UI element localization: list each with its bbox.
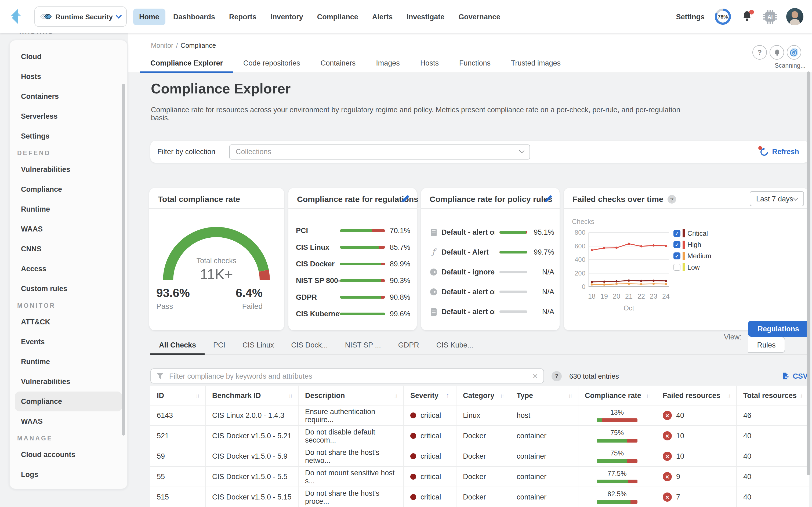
sidebar-item-compliance[interactable]: Compliance — [15, 179, 122, 199]
policy-rule-row[interactable]: Default - alert on c...95.1% — [421, 222, 560, 242]
sidebar-scrollbar[interactable] — [122, 84, 125, 436]
tab-compliance-explorer[interactable]: Compliance Explorer — [140, 54, 233, 73]
breadcrumb-item-compliance[interactable]: Compliance — [180, 42, 216, 49]
checkbox-high[interactable]: ✓ — [674, 241, 681, 248]
table-row[interactable]: 59CIS Docker v1.5.0 - 5.9Do not share th… — [151, 446, 809, 467]
sidebar-item-serverless[interactable]: Serverless — [15, 106, 122, 126]
edit-pencil-icon[interactable] — [401, 194, 410, 203]
sort-icon[interactable]: ↓↑ — [727, 392, 730, 398]
usage-ring[interactable]: 78% — [714, 7, 732, 26]
regulation-row-cis-docker[interactable]: CIS Docker89.9% — [288, 256, 417, 272]
help-tooltip-icon[interactable]: ? — [668, 195, 677, 203]
regulation-row-nist-sp-800-190[interactable]: NIST SP 800-19090.3% — [288, 272, 417, 289]
tab-containers[interactable]: Containers — [310, 54, 366, 73]
regulation-row-cis-linux[interactable]: CIS Linux85.7% — [288, 239, 417, 256]
checks-tab-cis-dock[interactable]: CIS Dock... — [283, 337, 337, 355]
sidebar-item-runtime[interactable]: Runtime — [15, 199, 122, 219]
nav-item-alerts[interactable]: Alerts — [366, 8, 399, 25]
notifications-bell-icon[interactable] — [741, 10, 754, 23]
sidebar-item-defenders[interactable]: Defenders — [15, 485, 122, 489]
checks-tab-nist-sp[interactable]: NIST SP ... — [337, 337, 390, 355]
help-icon[interactable]: ? — [752, 45, 767, 60]
collections-select[interactable]: Collections — [229, 144, 530, 159]
user-avatar[interactable] — [786, 8, 803, 25]
sidebar-item-runtime[interactable]: Runtime — [15, 352, 122, 372]
regulation-row-pci[interactable]: PCI70.1% — [288, 222, 417, 239]
checkbox-low[interactable] — [674, 264, 681, 271]
column-header-failed-resources[interactable]: Failed resources↓↑ — [656, 386, 737, 405]
sidebar-item-waas[interactable]: WAAS — [15, 411, 122, 431]
clear-filter-icon[interactable]: ✕ — [532, 372, 538, 380]
sidebar-item-events[interactable]: Events — [15, 332, 122, 352]
sidebar-item-cloud[interactable]: Cloud — [15, 47, 122, 67]
nav-item-compliance[interactable]: Compliance — [311, 8, 364, 25]
sidebar-item-custom-rules[interactable]: Custom rules — [15, 279, 122, 299]
sort-ascending-icon[interactable]: ↑ — [446, 391, 450, 399]
column-header-severity[interactable]: Severity↑ — [404, 386, 457, 405]
sidebar-item-access[interactable]: Access — [15, 259, 122, 279]
edit-pencil-icon[interactable] — [544, 194, 553, 203]
compliance-search-input[interactable] — [168, 372, 528, 381]
sidebar-item-cnns[interactable]: CNNS — [15, 239, 122, 259]
column-header-id[interactable]: ID↓↑ — [151, 386, 206, 405]
sort-icon[interactable]: ↓↑ — [500, 392, 503, 398]
sort-icon[interactable]: ↓↑ — [288, 392, 292, 398]
sort-icon[interactable]: ↓↑ — [394, 392, 397, 398]
column-header-category[interactable]: Category↓↑ — [457, 386, 510, 405]
regulation-row-cis-kubernetes[interactable]: CIS Kubernetes99.6% — [288, 305, 417, 322]
tab-functions[interactable]: Functions — [449, 54, 501, 73]
breadcrumb-item-monitor[interactable]: Monitor — [151, 42, 173, 49]
sidebar-item-vulnerabilities[interactable]: Vulnerabilities — [15, 160, 122, 179]
tab-images[interactable]: Images — [366, 54, 410, 73]
checks-tab-pci[interactable]: PCI — [205, 337, 234, 355]
table-row[interactable]: 55CIS Docker v1.5.0 - 5.5Do not mount se… — [151, 467, 809, 487]
table-row[interactable]: 515CIS Docker v1.5.0 - 5.15Do not share … — [151, 487, 809, 507]
sort-icon[interactable]: ↓↑ — [646, 392, 649, 398]
sidebar-item-att-ck[interactable]: ATT&CK — [15, 312, 122, 332]
ai-copilot-icon[interactable]: AI — [763, 10, 777, 23]
policy-rule-row[interactable]: Default - alert on c...N/A — [421, 302, 560, 322]
table-row[interactable]: 521CIS Docker v1.5.0 - 5.21Do not disabl… — [151, 426, 809, 446]
settings-link[interactable]: Settings — [676, 13, 705, 21]
export-csv-button[interactable]: CSV — [781, 372, 809, 380]
tab-code-repositories[interactable]: Code repositories — [233, 54, 310, 73]
view-button-rules[interactable]: Rules — [748, 337, 785, 353]
column-header-compliance-rate[interactable]: Compliance rate↓↑ — [578, 386, 656, 405]
announcements-bell-icon[interactable] — [769, 45, 784, 60]
nav-item-governance[interactable]: Governance — [453, 8, 506, 25]
checks-tab-cis-linux[interactable]: CIS Linux — [234, 337, 283, 355]
page-scrollbar[interactable] — [807, 71, 810, 475]
policy-rule-row[interactable]: Default - ignore T...N/A — [421, 262, 560, 282]
column-header-type[interactable]: Type↓↑ — [510, 386, 578, 405]
nav-item-inventory[interactable]: Inventory — [265, 8, 309, 25]
checks-tab-gdpr[interactable]: GDPR — [390, 337, 428, 355]
sidebar-item-logs[interactable]: Logs — [15, 464, 122, 485]
column-header-benchmark-id[interactable]: Benchmark ID↓↑ — [206, 386, 299, 405]
sidebar-item-containers[interactable]: Containers — [15, 87, 122, 106]
scanning-status-icon[interactable] — [787, 45, 801, 60]
tab-trusted-images[interactable]: Trusted images — [501, 54, 571, 73]
checkbox-medium[interactable]: ✓ — [674, 252, 681, 260]
sidebar-item-compliance[interactable]: Compliance — [15, 392, 122, 411]
view-button-regulations[interactable]: Regulations — [748, 321, 809, 337]
tab-hosts[interactable]: Hosts — [410, 54, 449, 73]
table-row[interactable]: 6143CIS Linux 2.0.0 - 1.4.3Ensure authen… — [151, 405, 809, 426]
nav-item-investigate[interactable]: Investigate — [401, 8, 450, 25]
filter-help-icon[interactable]: ? — [552, 371, 562, 381]
nav-item-home[interactable]: Home — [133, 8, 165, 25]
checks-tab-cis-kube[interactable]: CIS Kube... — [428, 337, 482, 355]
product-switcher[interactable]: Runtime Security — [35, 6, 127, 27]
sidebar-item-waas[interactable]: WAAS — [15, 219, 122, 239]
sidebar-item-hosts[interactable]: Hosts — [15, 67, 122, 87]
sort-icon[interactable]: ↓↑ — [799, 392, 802, 398]
sidebar-item-cloud-accounts[interactable]: Cloud accounts — [15, 445, 122, 464]
policy-rule-row[interactable]: Default - alert on c...N/A — [421, 282, 560, 302]
regulation-row-gdpr[interactable]: GDPR90.8% — [288, 289, 417, 305]
sidebar-item-settings[interactable]: Settings — [15, 126, 122, 146]
nav-item-dashboards[interactable]: Dashboards — [167, 8, 221, 25]
refresh-button[interactable]: Refresh — [760, 148, 802, 156]
time-range-select[interactable]: Last 7 days — [750, 191, 804, 206]
nav-item-reports[interactable]: Reports — [223, 8, 263, 25]
checks-tab-all-checks[interactable]: All Checks — [151, 337, 205, 355]
policy-rule-row[interactable]: ƒDefault - Alert99.7% — [421, 242, 560, 262]
